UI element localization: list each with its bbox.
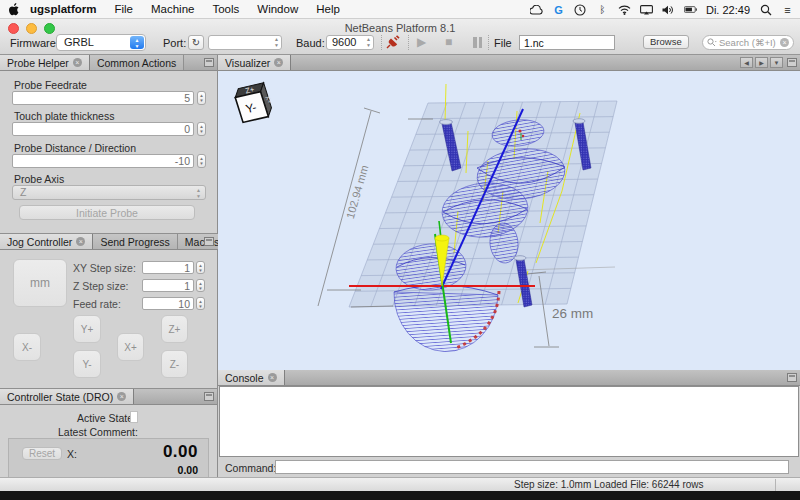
tab-visualizer[interactable]: Visualizer × <box>218 55 291 70</box>
minimize-panel-icon[interactable] <box>204 392 214 401</box>
menu-item-tools[interactable]: Tools <box>203 3 248 15</box>
minimize-panel-icon[interactable] <box>204 237 214 246</box>
tab-common-actions[interactable]: Common Actions <box>90 55 184 70</box>
minimize-panel-icon[interactable] <box>787 373 797 382</box>
console-output[interactable] <box>219 386 799 457</box>
jog-z-plus-button[interactable]: Z+ <box>161 315 188 343</box>
probe-axis-select[interactable]: Z ▲▼ <box>12 185 206 200</box>
feed-rate-label: Feed rate: <box>73 298 121 310</box>
menu-item-machine[interactable]: Machine <box>142 3 203 15</box>
tab-send-progress[interactable]: Send Progress <box>93 234 177 249</box>
close-tab-icon[interactable]: × <box>73 58 82 67</box>
port-refresh-button[interactable]: ↻ <box>188 35 204 50</box>
tab-jog-controller[interactable]: Jog Controller × <box>0 234 93 249</box>
feed-rate-spinner[interactable]: ▲▼ <box>196 297 205 310</box>
console-tab-bar: Console × <box>218 370 800 386</box>
tab-controller-state[interactable]: Controller State (DRO) × <box>0 389 134 404</box>
tab-list-dropdown-icon[interactable]: ▼ <box>770 57 783 68</box>
firmware-value: GRBL <box>64 36 94 48</box>
g-hub-icon[interactable]: G <box>552 3 565 16</box>
maximize-panel-icon[interactable] <box>787 58 797 67</box>
xy-step-spinner[interactable]: ▲▼ <box>196 261 205 274</box>
jog-x-minus-button[interactable]: X- <box>13 333 41 361</box>
tab-probe-helper[interactable]: Probe Helper × <box>0 55 90 70</box>
vpn-cloud-icon[interactable] <box>530 3 543 16</box>
volume-icon[interactable] <box>662 3 675 16</box>
bluetooth-icon[interactable]: ᛒ <box>596 3 609 16</box>
stop-button[interactable]: ■ <box>445 35 452 49</box>
probe-distance-field[interactable]: -10 <box>12 154 194 168</box>
jog-x-plus-button[interactable]: X+ <box>117 333 144 361</box>
menu-item-file[interactable]: File <box>105 3 142 15</box>
initiate-probe-button[interactable]: Initiate Probe <box>19 205 195 220</box>
scroll-tabs-right-icon[interactable]: ▶ <box>755 57 768 68</box>
probe-axis-label: Probe Axis <box>14 173 64 185</box>
tab-console[interactable]: Console × <box>218 370 285 385</box>
probe-feedrate-field[interactable]: 5 <box>12 91 194 105</box>
reset-button[interactable]: Reset <box>22 447 62 460</box>
baud-select[interactable]: 9600 ▲▼ <box>326 35 374 50</box>
z-step-field[interactable]: 1 <box>142 279 194 292</box>
probe-helper-panel: Probe Helper × Common Actions Probe Feed… <box>0 55 217 233</box>
bottom-black-strip <box>0 491 800 500</box>
unit-toggle-button[interactable]: mm <box>13 259 67 307</box>
command-label: Command: <box>225 462 276 474</box>
tab-nav-buttons: ◀ ▶ ▼ <box>740 57 783 68</box>
jog-tab-bar: Jog Controller × Send Progress Macros <box>0 234 217 250</box>
probe-feedrate-spinner[interactable]: ▲▼ <box>197 91 206 105</box>
wifi-icon[interactable] <box>618 3 631 16</box>
feed-rate-field[interactable]: 10 <box>142 297 194 310</box>
menu-item-help[interactable]: Help <box>307 3 349 15</box>
browse-button[interactable]: Browse <box>643 35 689 49</box>
command-row: Command: <box>218 458 800 477</box>
touch-plate-label: Touch plate thickness <box>14 110 114 122</box>
height-dimension-label: 102.94 mm <box>344 164 371 220</box>
close-tab-icon[interactable]: × <box>268 373 277 382</box>
popup-arrows-icon: ▲▼ <box>130 36 144 49</box>
spotlight-search-icon[interactable] <box>759 3 772 16</box>
menu-item-app[interactable]: ugsplatform <box>21 3 105 15</box>
jog-y-minus-button[interactable]: Y- <box>73 350 101 378</box>
jog-z-minus-button[interactable]: Z- <box>161 350 188 378</box>
notification-center-icon[interactable]: ≡ <box>781 3 794 16</box>
baud-label: Baud: <box>296 37 325 49</box>
apple-menu-icon[interactable] <box>8 3 21 16</box>
touch-plate-field[interactable]: 0 <box>12 122 194 136</box>
close-tab-icon[interactable]: × <box>76 237 85 246</box>
file-input[interactable] <box>519 35 615 50</box>
close-tab-icon[interactable]: × <box>117 392 126 401</box>
drill-point <box>522 135 525 138</box>
xy-step-field[interactable]: 1 <box>142 261 194 274</box>
probe-distance-spinner[interactable]: ▲▼ <box>197 154 206 168</box>
baud-value: 9600 <box>332 36 356 48</box>
z-step-spinner[interactable]: ▲▼ <box>196 279 205 292</box>
menu-clock[interactable]: Di. 22:49 <box>706 4 750 16</box>
port-select[interactable]: ▲▼ <box>208 35 282 50</box>
active-state-value-box <box>130 411 138 423</box>
quick-search-field[interactable]: Search (⌘+I) × <box>702 35 794 50</box>
status-bar: Step size: 1.0mm Loaded File: 66244 rows <box>0 477 800 491</box>
command-input[interactable] <box>275 460 789 474</box>
status-text: Step size: 1.0mm Loaded File: 66244 rows <box>514 479 704 490</box>
scroll-tabs-left-icon[interactable]: ◀ <box>740 57 753 68</box>
clear-search-icon[interactable]: × <box>780 38 789 47</box>
tab-label: Console <box>225 372 264 384</box>
tab-label: Common Actions <box>97 57 176 69</box>
orientation-cube[interactable]: Y- Z+ X+ <box>233 81 277 123</box>
menu-item-window[interactable]: Window <box>248 3 307 15</box>
airplay-display-icon[interactable] <box>640 3 653 16</box>
clock-icon[interactable] <box>574 3 587 16</box>
jog-y-plus-button[interactable]: Y+ <box>73 315 101 343</box>
minimize-panel-icon[interactable] <box>204 58 214 67</box>
firmware-label: Firmware: <box>10 37 59 49</box>
tab-label: Controller State (DRO) <box>7 391 113 403</box>
connect-plug-icon[interactable] <box>386 35 400 51</box>
close-tab-icon[interactable]: × <box>274 58 283 67</box>
touch-plate-spinner[interactable]: ▲▼ <box>197 122 206 136</box>
battery-icon[interactable] <box>684 3 697 16</box>
combo-stepper-icon: ▲▼ <box>274 37 279 48</box>
play-button[interactable]: ▶ <box>417 35 426 49</box>
pause-button[interactable] <box>473 37 484 51</box>
firmware-select[interactable]: GRBL ▲▼ <box>56 34 146 51</box>
gcode-visualizer-canvas[interactable]: 102.94 mm 26 mm <box>218 71 800 370</box>
